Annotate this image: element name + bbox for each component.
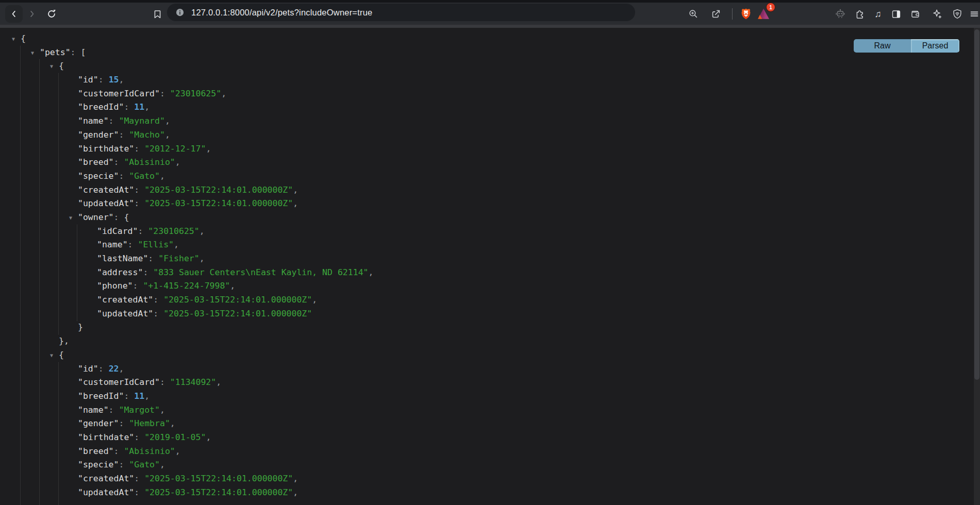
json-number: 11	[134, 102, 144, 112]
json-number: 11	[134, 391, 144, 401]
json-key: "birthdate"	[78, 144, 134, 154]
json-string: "1134092"	[170, 377, 216, 387]
json-punctuation: {	[21, 33, 26, 43]
json-line: "createdAt": "2025-03-15T22:14:01.000000…	[0, 293, 969, 307]
json-string: "Gato"	[129, 171, 160, 181]
json-punctuation: }	[78, 322, 83, 332]
json-punctuation: :	[109, 116, 119, 126]
menu-button[interactable]	[966, 5, 980, 23]
url-text[interactable]: 127.0.0.1:8000/api/v2/pets?includeOwner=…	[191, 4, 372, 21]
json-punctuation: {	[59, 61, 64, 71]
wallet-icon	[910, 9, 921, 20]
json-punctuation: :	[153, 309, 163, 318]
share-icon	[710, 8, 722, 20]
json-punctuation: :	[98, 75, 109, 85]
vpn-button[interactable]	[949, 5, 966, 23]
collapse-arrow-icon[interactable]: ▼	[12, 32, 21, 46]
json-punctuation: ,	[170, 418, 175, 428]
json-string: "23010625"	[170, 89, 221, 98]
json-punctuation: ,	[206, 144, 211, 154]
json-number: 15	[109, 75, 119, 85]
json-line: "name": "Ellis",	[0, 238, 969, 252]
json-string: "2025-03-15T22:14:01.000000Z"	[144, 474, 293, 483]
json-punctuation: ,	[293, 487, 298, 497]
json-punctuation: ,	[160, 460, 165, 469]
extensions-button[interactable]	[851, 5, 868, 23]
json-line: "createdAt": "2025-03-15T22:14:01.000000…	[0, 183, 969, 197]
forward-button[interactable]	[23, 5, 41, 23]
collapse-arrow-icon[interactable]: ▼	[50, 60, 59, 74]
json-string: "2012-12-17"	[144, 144, 206, 154]
json-key: "updatedAt"	[78, 487, 134, 497]
collapse-arrow-icon[interactable]: ▼	[69, 211, 78, 225]
back-icon	[8, 8, 20, 20]
json-punctuation: :	[143, 267, 153, 277]
sidebar-icon	[891, 9, 902, 20]
json-tree: ▼{▼"pets": [▼{"id": 15,"customerIdCard":…	[0, 32, 969, 499]
json-punctuation: :	[134, 474, 144, 483]
url-bar[interactable]: 127.0.0.1:8000/api/v2/pets?includeOwner=…	[167, 4, 635, 21]
json-punctuation: :	[119, 171, 129, 181]
automation-robot-indicator[interactable]	[832, 5, 849, 23]
sidebar-button[interactable]	[887, 5, 905, 23]
json-string: "833 Sauer Centers\nEast Kaylin, ND 6211…	[153, 267, 368, 277]
json-line: ▼{	[0, 32, 969, 46]
json-punctuation: :	[124, 391, 134, 401]
json-punctuation: :	[71, 47, 81, 57]
json-punctuation: ,	[144, 102, 150, 112]
browser-window: 127.0.0.1:8000/api/v2/pets?includeOwner=…	[0, 0, 980, 505]
json-punctuation: ,	[200, 226, 205, 236]
json-line: "breedId": 11,	[0, 100, 969, 114]
scrollbar-track[interactable]	[974, 28, 980, 505]
scrollbar-thumb[interactable]	[974, 29, 979, 380]
json-punctuation: :	[134, 144, 144, 154]
json-key: "updatedAt"	[97, 309, 153, 318]
json-punctuation: ,	[369, 267, 374, 277]
json-string: "Abisinio"	[124, 157, 175, 167]
json-punctuation: :	[133, 281, 143, 291]
share-button[interactable]	[707, 5, 725, 23]
json-line: ▼"owner": {	[0, 211, 969, 225]
raw-button[interactable]: Raw	[854, 39, 911, 53]
reload-icon	[46, 8, 57, 20]
json-line: "lastName": "Fisher",	[0, 252, 969, 266]
parsed-button[interactable]: Parsed	[911, 39, 959, 53]
json-punctuation: {	[124, 212, 129, 222]
wallet-button[interactable]	[906, 5, 924, 23]
media-controls-button[interactable]: ♫	[869, 5, 887, 23]
json-line: "specie": "Gato",	[0, 458, 969, 472]
json-punctuation: ,	[175, 157, 180, 167]
leo-ai-button[interactable]	[928, 5, 946, 23]
zoom-button[interactable]	[685, 5, 702, 23]
json-string: "23010625"	[148, 226, 199, 236]
vpn-shield-icon	[952, 8, 963, 20]
json-punctuation: {	[59, 350, 64, 360]
json-punctuation: ,	[174, 240, 179, 249]
json-line: },	[0, 334, 969, 348]
json-line: "birthdate": "2012-12-17",	[0, 142, 969, 156]
json-string: "Gato"	[129, 460, 160, 469]
json-line: ▼"pets": [	[0, 46, 969, 60]
json-punctuation: :	[109, 405, 119, 415]
json-key: "pets"	[40, 47, 71, 57]
json-key: "id"	[78, 364, 98, 374]
json-viewer-page: Raw Parsed ▼{▼"pets": [▼{"id": 15,"custo…	[0, 28, 980, 505]
json-punctuation: ,	[293, 474, 298, 483]
extension-badge: 1	[766, 3, 775, 12]
json-line: "customerIdCard": "23010625",	[0, 87, 969, 101]
json-key: "phone"	[97, 281, 133, 291]
json-punctuation: :	[160, 89, 170, 98]
json-key: "name"	[78, 405, 109, 415]
json-punctuation: :	[114, 157, 124, 167]
json-punctuation: ,	[221, 89, 226, 98]
browser-toolbar: 127.0.0.1:8000/api/v2/pets?includeOwner=…	[0, 3, 980, 25]
brave-shield-button[interactable]	[737, 5, 755, 23]
json-punctuation: :	[128, 240, 138, 249]
collapse-arrow-icon[interactable]: ▼	[31, 46, 40, 60]
collapse-arrow-icon[interactable]: ▼	[50, 349, 59, 363]
reload-button[interactable]	[43, 5, 60, 23]
bookmark-button[interactable]	[148, 5, 166, 23]
page-info-button[interactable]	[175, 8, 185, 19]
back-button[interactable]	[5, 5, 23, 23]
json-key: "id"	[78, 75, 98, 85]
